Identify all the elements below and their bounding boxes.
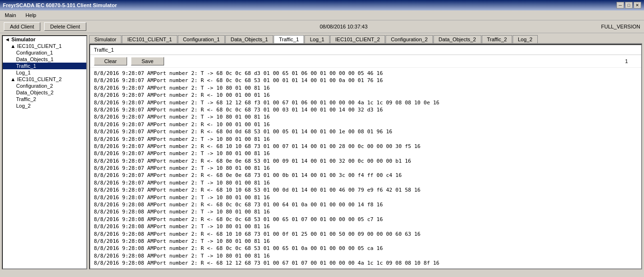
traffic-counter: 1 [625,58,637,64]
log-line: 8/8/2016 9:28:08 AMPort number 2: R <- 6… [94,201,637,208]
tab-log1[interactable]: Log_1 [304,35,330,43]
sidebar-item-log1[interactable]: Log_1 [3,69,86,76]
tab-traffic2[interactable]: Traffic_2 [482,35,512,43]
add-client-button[interactable]: Add Client [4,22,40,31]
tab-config2[interactable]: Configuration_2 [386,35,433,43]
delete-client-button[interactable]: Delete Client [44,22,86,31]
log-line: 8/8/2016 9:28:07 AMPort number 2: R <- 6… [94,172,637,179]
log-line: 8/8/2016 9:28:07 AMPort number 2: T -> 1… [94,194,637,201]
sidebar-item-dataobj1[interactable]: Data_Objects_1 [3,56,86,63]
tab-dataobj2[interactable]: Data_Objects_2 [433,35,481,43]
log-line: 8/8/2016 9:28:07 AMPort number 2: R <- 6… [94,186,637,194]
log-line: 8/8/2016 9:28:08 AMPort number 2: R <- 6… [94,259,637,267]
tab-bar: SimulatorIEC101_CLIENT_1Configuration_1D… [89,35,642,44]
log-line: 8/8/2016 9:28:07 AMPort number 2: T -> 1… [94,84,637,92]
minimize-button[interactable]: ─ [616,2,624,9]
panel-title: Traffic_1 [90,45,641,55]
log-line: 8/8/2016 9:28:08 AMPort number 2: T -> 1… [94,208,637,215]
log-line: 8/8/2016 9:28:07 AMPort number 2: T -> 6… [94,99,637,106]
menu-main[interactable]: Main [2,11,19,19]
app-title: FreyrSCADA IEC 60870-5-101 Client Simula… [3,2,117,8]
log-line: 8/8/2016 9:28:08 AMPort number 2: R <- 6… [94,216,637,223]
log-line: 8/8/2016 9:28:07 AMPort number 2: R <- 1… [94,121,637,128]
log-line: 8/8/2016 9:28:07 AMPort number 2: T -> 1… [94,150,637,157]
log-line: 8/8/2016 9:28:07 AMPort number 2: T -> 1… [94,179,637,186]
tab-traffic1[interactable]: Traffic_1 [274,35,304,44]
log-line: 8/8/2016 9:28:07 AMPort number 2: T -> 6… [94,70,637,77]
log-line: 8/8/2016 9:28:07 AMPort number 2: R <- 6… [94,128,637,135]
log-line: 8/8/2016 9:28:08 AMPort number 2: T -> 1… [94,223,637,230]
tab-content: Traffic_1 Clear Save 1 8/8/2016 9:28:07 … [89,44,642,269]
sidebar-tree: ◄ Simulator ▲ IEC101_CLIENT_1 Configurat… [2,35,87,269]
log-line: 8/8/2016 9:28:07 AMPort number 2: R <- 6… [94,157,637,165]
log-line: 8/8/2016 9:28:08 AMPort number 2: R <- 6… [94,245,637,252]
tab-config1[interactable]: Configuration_1 [178,35,225,43]
panel-toolbar: Clear Save 1 [90,55,641,68]
title-bar: FreyrSCADA IEC 60870-5-101 Client Simula… [0,0,644,10]
menu-bar: Main Help [0,10,644,20]
log-line: 8/8/2016 9:28:08 AMPort number 2: T -> 1… [94,252,637,259]
window-controls: ─ □ ✕ [616,2,641,9]
tab-client2[interactable]: IEC101_CLIENT_2 [330,35,385,43]
sidebar-item-log2[interactable]: Log_2 [3,102,86,109]
clear-button[interactable]: Clear [94,57,127,65]
tab-log2[interactable]: Log_2 [513,35,538,43]
tab-client1[interactable]: IEC101_CLIENT_1 [122,35,177,43]
log-line: 8/8/2016 9:28:07 AMPort number 2: R <- 6… [94,77,637,84]
maximize-button[interactable]: □ [625,2,633,9]
log-line: 8/8/2016 9:28:07 AMPort number 2: T -> 1… [94,113,637,120]
datetime-display: 08/08/2016 10:37:43 [90,24,598,29]
sidebar-item-client1[interactable]: ▲ IEC101_CLIENT_1 [3,43,86,49]
main-layout: ◄ Simulator ▲ IEC101_CLIENT_1 Configurat… [0,33,644,271]
log-line: 8/8/2016 9:28:07 AMPort number 2: R <- 6… [94,143,637,150]
sidebar-item-simulator[interactable]: ◄ Simulator [3,36,86,43]
version-label: FULL_VERSION [601,24,640,29]
save-button[interactable]: Save [131,57,164,65]
log-line: 8/8/2016 9:28:07 AMPort number 2: T -> 1… [94,165,637,172]
log-line: 8/8/2016 9:28:08 AMPort number 2: T -> 1… [94,238,637,245]
sidebar-item-traffic2[interactable]: Traffic_2 [3,96,86,102]
sidebar-item-traffic1[interactable]: Traffic_1 [3,63,86,69]
log-line: 8/8/2016 9:28:07 AMPort number 2: T -> 1… [94,136,637,143]
sidebar-item-dataobj2[interactable]: Data_Objects_2 [3,89,86,96]
log-area[interactable]: 8/8/2016 9:28:07 AMPort number 2: T -> 6… [90,68,641,268]
close-button[interactable]: ✕ [634,2,641,9]
log-line: 8/8/2016 9:28:08 AMPort number 2: R <- 6… [94,231,637,238]
menu-help[interactable]: Help [23,11,39,19]
tab-simulator[interactable]: Simulator [89,35,121,43]
sidebar-item-config1[interactable]: Configuration_1 [3,49,86,56]
content-area: SimulatorIEC101_CLIENT_1Configuration_1D… [89,35,642,269]
tab-dataobj1[interactable]: Data_Objects_1 [225,35,273,43]
sidebar-item-client2[interactable]: ▲ IEC101_CLIENT_2 [3,76,86,83]
toolbar: Add Client Delete Client 08/08/2016 10:3… [0,20,644,33]
log-line: 8/8/2016 9:28:07 AMPort number 2: R <- 1… [94,92,637,99]
sidebar-item-config2[interactable]: Configuration_2 [3,83,86,89]
log-line: 8/8/2016 9:28:07 AMPort number 2: R <- 6… [94,106,637,113]
log-line: 8/8/2016 9:28:08 AMPort number 2: T -> 1… [94,267,637,268]
